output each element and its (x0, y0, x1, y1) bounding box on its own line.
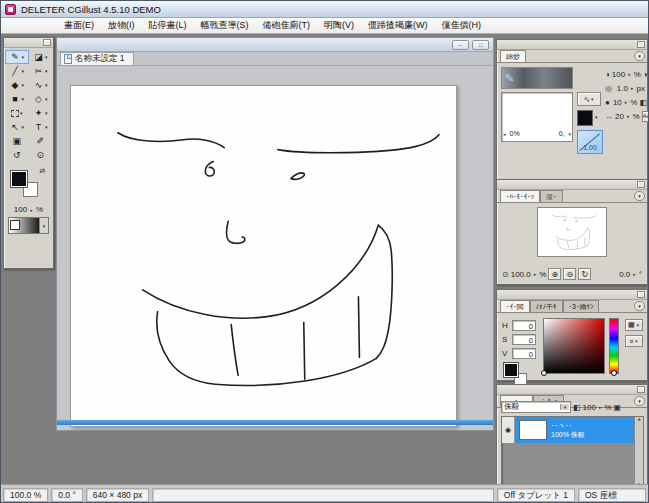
spinner-icon[interactable]: ▸ (625, 99, 628, 105)
navigator-angle-value[interactable]: 0.0 (619, 270, 630, 279)
value-field[interactable]: 0 (512, 348, 536, 359)
hue-field[interactable]: 0 (512, 320, 536, 331)
layer-row[interactable]: ◉ ･･ヽ･･ 100% 侏毅 (502, 417, 634, 443)
line-tool[interactable]: ╱▾ (5, 64, 29, 78)
menu-layer[interactable]: 貼停畫(L) (142, 17, 194, 34)
menu-image[interactable]: 畫面(E) (57, 17, 101, 34)
slider-mode-button[interactable]: ≡▾ (625, 335, 643, 347)
wand-tool[interactable]: ✦▾ (29, 106, 53, 120)
brush-tab[interactable]: 綿炒 (500, 50, 526, 62)
lasso-tool[interactable]: ◇▾ (29, 92, 53, 106)
color-panel-menu-button[interactable]: ▾ (634, 301, 645, 311)
left-arrow-icon[interactable]: ◂ (503, 131, 506, 137)
scroll-up-icon[interactable]: ▾ (638, 417, 641, 423)
gradient-dropdown[interactable]: ▾ (39, 218, 48, 233)
spinner-icon[interactable]: ▸ (534, 271, 537, 277)
cutter-tool[interactable]: ✂▾ (29, 64, 53, 78)
brush-panel-collapse-button[interactable] (637, 41, 645, 48)
color-panel-collapse-button[interactable] (637, 291, 645, 298)
spacing-value[interactable]: 20 (615, 112, 624, 121)
menu-edit[interactable]: 放物(I) (101, 17, 142, 34)
gradient-node[interactable] (10, 220, 20, 230)
lock-icon[interactable]: ▣ (614, 403, 622, 412)
spinner-icon[interactable]: ▸ (599, 404, 602, 410)
marquee-tool[interactable]: ▾ (5, 106, 29, 120)
spinner-icon[interactable]: ▸ (627, 113, 630, 119)
saturation-value-picker[interactable] (543, 318, 605, 374)
ink-tool[interactable]: ◆▾ (5, 78, 29, 92)
document-tab[interactable]: 名称未設定 1 (60, 52, 134, 65)
layer-opacity-value[interactable]: 100 (583, 403, 596, 412)
navigator-thumbnail[interactable] (537, 207, 607, 257)
move-tool[interactable]: ↖▾ (5, 120, 29, 134)
finger-tool[interactable]: ∿▾ (29, 78, 53, 92)
spinner-icon[interactable]: ▸ (631, 85, 634, 91)
navigator-zoom-value[interactable]: 100.0 (511, 270, 531, 279)
pen-tool[interactable]: ✎▾ (5, 50, 29, 64)
swap-colors-icon[interactable]: ⇄ (39, 167, 45, 175)
opacity-value[interactable]: 100 (612, 70, 625, 79)
menu-filter[interactable]: 備砲隹廁(T) (256, 17, 318, 34)
gradient-preview[interactable]: ▾ (8, 217, 49, 234)
text-tool[interactable]: T▾ (29, 120, 53, 134)
color-tab-2[interactable]: ﾉｫﾉ干ｷ (530, 300, 563, 312)
doc-minimize-button[interactable]: – (452, 40, 469, 50)
menu-selection[interactable]: 幅戰查導(S) (194, 17, 256, 34)
eraser-tool[interactable]: ◪▾ (29, 50, 53, 64)
blend-mode-select[interactable]: 侏毅 ▾ (501, 401, 571, 413)
toolbox-collapse-button[interactable] (43, 39, 51, 46)
zoom-out-button[interactable]: ⊖ (563, 268, 576, 280)
document-titlebar[interactable]: – □ (57, 38, 493, 52)
layer-visibility-toggle[interactable]: ◉ (502, 417, 515, 443)
color-panel-titlebar[interactable] (497, 290, 647, 300)
size-value[interactable]: 1.0 (614, 84, 628, 93)
crop-tool[interactable]: ▣ (5, 134, 29, 148)
doc-maximize-button[interactable]: □ (472, 40, 489, 50)
saturation-field[interactable]: 0 (512, 334, 536, 345)
rotate-tool[interactable]: ↺ (5, 148, 29, 162)
brush-panel-menu-button[interactable]: ▾ (634, 51, 645, 61)
hue-slider-marker[interactable] (611, 370, 617, 376)
menu-help[interactable]: 儻隹價(H) (435, 17, 489, 34)
spinner-icon[interactable]: ▸ (30, 207, 33, 213)
navigator-titlebar[interactable] (497, 180, 647, 190)
layers-panel-titlebar[interactable] (497, 385, 647, 395)
brush-panel-titlebar[interactable] (497, 40, 647, 50)
zoom-tool[interactable]: ⊙ (29, 148, 53, 162)
color-tab-3[interactable]: ･3･緻ｹﾝ (563, 300, 600, 312)
workspace: – □ 名称未設定 1 (1, 34, 649, 484)
menu-view[interactable]: 明陶(V) (317, 17, 361, 34)
palette-mode-button[interactable]: ▦▾ (625, 319, 643, 331)
navigator-tab[interactable]: ･ﾊ･ﾓ･ｲ･ｯ (500, 190, 540, 202)
density-mode-icon[interactable]: ◧ (639, 98, 647, 107)
navigator-tab-2[interactable]: 湿･ (540, 190, 563, 202)
menu-window[interactable]: 僵蹄揸竭廉(W) (361, 17, 435, 34)
rotate-view-button[interactable]: ↻ (578, 268, 591, 280)
fill-tool[interactable]: ■▾ (5, 92, 29, 106)
spinner-icon[interactable]: ▸ (633, 271, 636, 277)
hue-slider[interactable] (609, 318, 619, 374)
sv-picker-marker[interactable] (541, 370, 547, 376)
foreground-color-swatch[interactable] (503, 362, 519, 378)
zoom-in-button[interactable]: ⊕ (548, 268, 561, 280)
brush-type-strip[interactable]: ✎ (501, 67, 573, 89)
color-tab[interactable]: ･ｲ･閲 (500, 300, 530, 312)
pressure-curve-box[interactable]: 1.00 (577, 130, 603, 154)
toolbox-titlebar[interactable] (4, 38, 53, 48)
layers-panel-collapse-button[interactable] (637, 386, 645, 393)
foreground-color-swatch[interactable] (10, 170, 28, 188)
navigator-menu-button[interactable]: ▾ (634, 191, 645, 201)
window-titlebar[interactable]: DELETER CGillust 4.5.10 DEMO (1, 1, 648, 18)
density-value[interactable]: 10 (612, 98, 622, 107)
dropdown-arrow-icon[interactable]: ▾ (595, 114, 598, 120)
layer-list-scrollbar[interactable]: ▾ ▾ (634, 417, 643, 487)
navigator-collapse-button[interactable] (637, 181, 645, 188)
spinner-icon[interactable]: ▸ (628, 71, 631, 77)
stroke-shape-button[interactable]: ∿ ▾ (577, 92, 601, 106)
opacity-mode-icon[interactable]: ◑ (643, 70, 648, 79)
brush-color-swatch[interactable] (577, 110, 593, 126)
canvas[interactable] (70, 85, 457, 427)
dropdown-arrow-icon[interactable]: ▾ (568, 131, 571, 137)
antialias-toggle[interactable]: AA (642, 111, 649, 122)
eyedropper-tool[interactable]: ✐ (29, 134, 53, 148)
